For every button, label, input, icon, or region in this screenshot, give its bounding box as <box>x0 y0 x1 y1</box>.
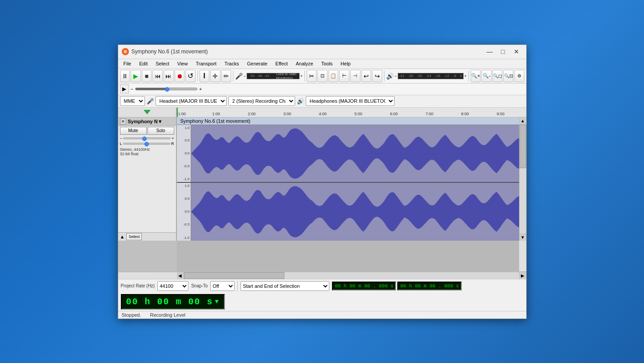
channel1-row[interactable]: 1.0 0.5 0.0 -0.5 -1.0 <box>177 125 519 183</box>
copy-button[interactable]: ⊡ <box>317 70 328 82</box>
track-header: ✕ Symphony N▼ <box>118 117 176 126</box>
zoom-fit-button[interactable]: 🔍⊡ <box>503 70 513 82</box>
svg-point-2 <box>124 51 126 52</box>
horizontal-scrollbar[interactable]: ◀ ▶ <box>118 272 526 279</box>
output-meter-bar[interactable]: -42 -36 -30 -24 -18 -12 -6 0 <box>398 73 464 79</box>
track-workspace-empty[interactable] <box>177 241 519 271</box>
window-controls: — □ ✕ <box>484 47 523 56</box>
track-close-button[interactable]: ✕ <box>120 118 126 125</box>
minimize-button[interactable]: — <box>484 47 496 56</box>
record-button[interactable]: ⏺ <box>175 70 185 82</box>
undo-button[interactable]: ↩ <box>361 70 372 82</box>
output-db-min: − <box>395 74 397 78</box>
play-button[interactable]: ▶ <box>131 70 141 82</box>
solo-button[interactable]: Solo <box>148 127 174 135</box>
channel2-row[interactable]: 1.0 0.5 0.0 -0.5 -1.0 <box>177 183 519 241</box>
scroll-thumb[interactable] <box>520 125 526 168</box>
project-rate-select[interactable]: 44100 <box>157 281 188 291</box>
stop-button[interactable]: ■ <box>142 70 152 82</box>
playback-speed-slider[interactable] <box>135 88 197 90</box>
waveform-area: Symphony No.6 (1st movement) 1.0 0.5 0.0… <box>177 117 519 241</box>
menu-analyze[interactable]: Analyze <box>292 60 317 67</box>
close-button[interactable]: ✕ <box>510 47 523 56</box>
input-channels-select[interactable]: 2 (Stereo) Recording Chann... <box>228 96 295 106</box>
scroll-up-button[interactable]: ▲ <box>520 117 526 125</box>
mic-device-icon: 🎤 <box>147 98 154 105</box>
h-scroll-track[interactable] <box>184 272 519 279</box>
silence-button[interactable]: ⊣ <box>350 70 360 82</box>
bottom-bar: Project Rate (Hz) 44100 Snap-To Off Star… <box>118 279 526 311</box>
playhead-marker[interactable] <box>144 110 151 114</box>
scroll-left-button[interactable]: ◀ <box>177 272 184 279</box>
menu-help[interactable]: Help <box>337 60 354 67</box>
snap-to-select[interactable]: Off <box>210 281 235 291</box>
playback-speed-play-button[interactable]: ▶ <box>120 85 129 93</box>
gain-slider[interactable] <box>123 137 171 139</box>
vertical-scrollbar[interactable]: ▲ ▼ <box>519 117 526 241</box>
cursor-tool-button[interactable]: I <box>200 70 210 82</box>
h-scroll-thumb[interactable] <box>184 272 284 279</box>
status-text: Stopped. <box>122 312 141 318</box>
scroll-track[interactable] <box>520 125 526 234</box>
loop-button[interactable]: ↺ <box>185 70 196 82</box>
window-title: Symphony No.6 (1st movement) <box>132 48 484 55</box>
time-display-dropdown[interactable]: ▼ <box>215 298 220 305</box>
menu-effect[interactable]: Effect <box>272 60 292 67</box>
timeline-row[interactable]: -1:00 1:00 2:00 3:00 4:00 5:00 6:00 7:00… <box>118 108 526 117</box>
mute-button[interactable]: Mute <box>120 127 147 135</box>
scroll-right-button[interactable]: ▶ <box>519 272 526 279</box>
speaker-icon: 🔊 <box>386 73 394 80</box>
menu-tracks[interactable]: Tracks <box>221 60 243 67</box>
gain-row: − + <box>118 136 176 141</box>
multi-tool-button[interactable]: ✛ <box>210 70 220 82</box>
menu-select[interactable]: Select <box>152 60 173 67</box>
zoom-in-button[interactable]: 🔍+ <box>471 70 481 82</box>
separator-1 <box>197 71 198 81</box>
track-select-button[interactable]: Select <box>126 233 142 240</box>
output-device-select[interactable]: Headphones (MAJOR III BLUETOOTH) <box>306 96 395 106</box>
cut-button[interactable]: ✂ <box>307 70 317 82</box>
track-collapse-button[interactable]: ▲ <box>120 234 125 239</box>
menu-view[interactable]: View <box>174 60 192 67</box>
speaker-device-icon: 🔊 <box>297 98 304 105</box>
input-meter-bar[interactable]: -54 -48 -42 Click to Start Monitoring <box>247 73 299 79</box>
menu-tools[interactable]: Tools <box>318 60 336 67</box>
draw-tool-button[interactable]: ✏ <box>221 70 232 82</box>
separator-bottom <box>237 281 238 291</box>
tick-4: 4:00 <box>319 112 327 116</box>
time-inputs: 00 h 00 m 00 . 000 s 00 h 00 m 00 . 000 … <box>332 282 461 290</box>
pan-l-label: L <box>120 141 122 146</box>
maximize-button[interactable]: □ <box>497 47 509 56</box>
zoom-out-button[interactable]: 🔍- <box>481 70 492 82</box>
menu-generate[interactable]: Generate <box>244 60 271 67</box>
main-time-display[interactable]: 00 h 00 m 00 s ▼ <box>121 294 225 310</box>
host-select[interactable]: MME <box>120 96 145 106</box>
pause-button[interactable]: ⏸ <box>120 70 130 82</box>
scroll-down-button[interactable]: ▼ <box>520 234 526 241</box>
click-to-start-label: Click to Start Monitoring <box>276 73 299 79</box>
trim-button[interactable]: ⊢ <box>339 70 349 82</box>
pan-slider[interactable] <box>123 143 170 145</box>
selection-format-select[interactable]: Start and End of Selection <box>240 281 329 291</box>
input-device-select[interactable]: Headset (MAJOR III BLUETOOTH) <box>156 96 227 106</box>
track-format: Stereo, 44100Hz 32-bit float <box>118 146 176 157</box>
zoom-tool-button[interactable]: ⚙ <box>514 70 524 82</box>
menu-transport[interactable]: Transport <box>192 60 220 67</box>
start-time-display[interactable]: 00 h 00 m 00 . 000 s <box>332 282 396 290</box>
skip-start-button[interactable]: ⏮ <box>152 70 163 82</box>
pan-r-label: R <box>171 141 174 146</box>
channel2-waveform <box>191 183 519 241</box>
end-time-display[interactable]: 00 h 00 m 00 . 000 s <box>397 282 461 290</box>
redo-button[interactable]: ↪ <box>372 70 382 82</box>
device-row: MME 🎤 Headset (MAJOR III BLUETOOTH) 2 (S… <box>118 95 526 108</box>
separator-2 <box>233 71 233 81</box>
menu-edit[interactable]: Edit <box>136 60 151 67</box>
paste-button[interactable]: 📋 <box>328 70 339 82</box>
skip-end-button[interactable]: ⏭ <box>164 70 174 82</box>
separator-5 <box>468 71 469 81</box>
mic-icon: 🎤 <box>235 73 243 80</box>
zoom-sel-button[interactable]: 🔍◻ <box>492 70 503 82</box>
speed-minus-icon: − <box>131 86 133 92</box>
input-db-max: + <box>300 74 303 78</box>
menu-file[interactable]: File <box>120 60 135 67</box>
